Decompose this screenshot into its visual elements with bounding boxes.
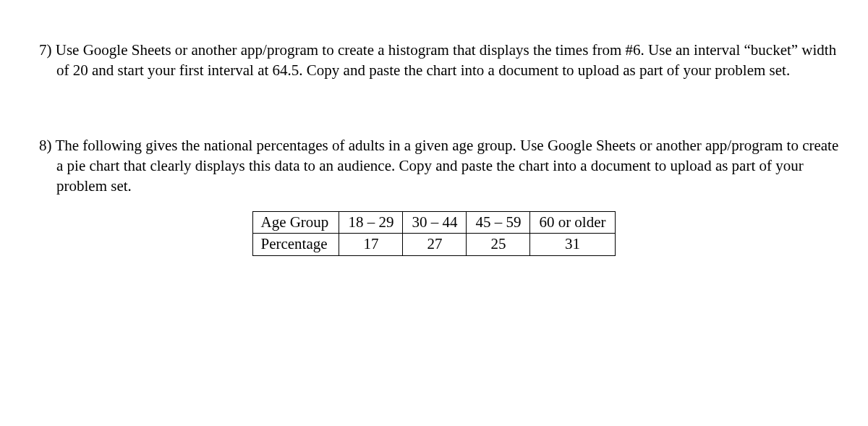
- question-7: 7) Use Google Sheets or another app/prog…: [22, 40, 846, 81]
- value-45-59: 25: [467, 234, 530, 255]
- value-30-44: 27: [403, 234, 467, 255]
- table-row: Percentage 17 27 25 31: [253, 234, 615, 255]
- row-label-percentage: Percentage: [253, 234, 339, 255]
- row-label-age-group: Age Group: [253, 211, 339, 233]
- value-60-older: 31: [530, 234, 615, 255]
- table-row: Age Group 18 – 29 30 – 44 45 – 59 60 or …: [253, 211, 615, 233]
- header-60-older: 60 or older: [530, 211, 615, 233]
- header-30-44: 30 – 44: [403, 211, 467, 233]
- question-8-text: 8) The following gives the national perc…: [22, 135, 846, 197]
- age-group-table: Age Group 18 – 29 30 – 44 45 – 59 60 or …: [252, 211, 615, 256]
- question-8-body: The following gives the national percent…: [55, 137, 838, 195]
- question-7-text: 7) Use Google Sheets or another app/prog…: [22, 40, 846, 81]
- question-8: 8) The following gives the national perc…: [22, 135, 846, 256]
- header-45-59: 45 – 59: [467, 211, 530, 233]
- question-8-number: 8): [39, 137, 52, 154]
- value-18-29: 17: [339, 234, 403, 255]
- header-18-29: 18 – 29: [339, 211, 403, 233]
- question-7-body: Use Google Sheets or another app/program…: [56, 41, 836, 79]
- question-7-number: 7): [39, 41, 52, 59]
